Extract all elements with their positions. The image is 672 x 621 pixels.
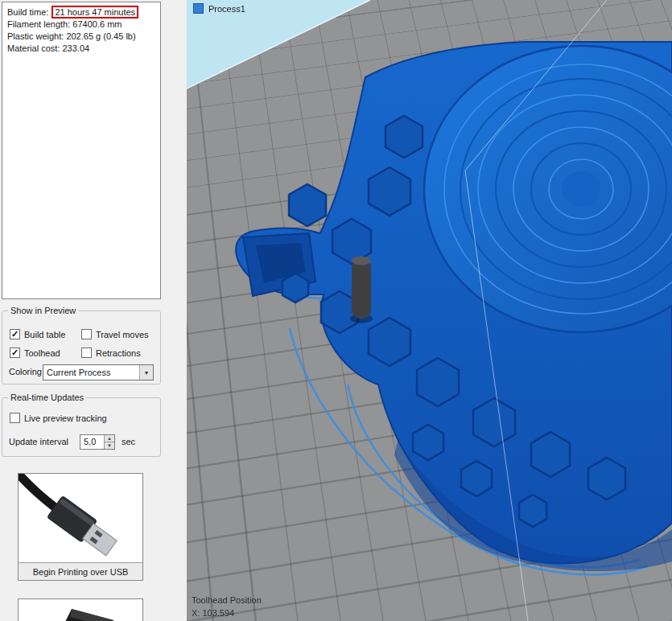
build-time-highlight: 21 hours 47 minutes xyxy=(52,6,138,19)
checkbox-box[interactable] xyxy=(81,329,92,339)
realtime-updates-group: Real-time Updates Live preview tracking … xyxy=(2,397,161,457)
checkbox-box[interactable] xyxy=(10,413,20,423)
preview-3d-viewport[interactable]: Process1 Toolhead Position X: 103.594 xyxy=(187,0,672,621)
stepper-up-icon[interactable]: ▲ xyxy=(105,435,114,442)
checkbox-label: Travel moves xyxy=(96,330,149,339)
checkbox-box[interactable] xyxy=(81,348,92,358)
checkbox-label: Build table xyxy=(24,330,65,339)
secondary-image-button-partial[interactable] xyxy=(18,598,143,621)
chevron-down-icon[interactable]: ▼ xyxy=(139,365,153,380)
check-icon: ✓ xyxy=(11,330,19,339)
update-interval-stepper[interactable]: 5,0 ▲ ▼ xyxy=(80,434,115,450)
begin-printing-usb-label: Begin Printing over USB xyxy=(19,562,142,580)
coloring-dropdown[interactable]: Current Process ▼ xyxy=(43,364,154,380)
process-color-swatch xyxy=(193,3,204,14)
toolhead-position-title: Toolhead Position xyxy=(192,594,262,607)
material-cost-value: 233.04 xyxy=(62,43,89,53)
coloring-label: Coloring xyxy=(9,367,42,376)
checkbox-build-table[interactable]: ✓ Build table xyxy=(10,329,65,339)
check-icon: ✓ xyxy=(11,348,19,357)
checkbox-box[interactable]: ✓ xyxy=(10,329,20,339)
show-in-preview-group: Show in Preview ✓ Build table Travel mov… xyxy=(2,310,161,385)
checkbox-retractions[interactable]: Retractions xyxy=(81,348,141,358)
plastic-weight-value: 202.65 g (0.45 lb) xyxy=(66,31,135,41)
plastic-weight-row: Plastic weight: 202.65 g (0.45 lb) xyxy=(7,31,155,43)
model-preview-scene xyxy=(187,0,672,621)
checkbox-live-preview-tracking[interactable]: Live preview tracking xyxy=(10,413,107,423)
checkbox-travel-moves[interactable]: Travel moves xyxy=(81,329,149,339)
filament-length-value: 67400.6 mm xyxy=(72,19,122,29)
print-statistics-box: Build time: 21 hours 47 minutes Filament… xyxy=(2,2,161,299)
checkbox-box[interactable]: ✓ xyxy=(10,348,20,358)
sd-card-image xyxy=(19,599,142,621)
show-in-preview-title: Show in Preview xyxy=(8,305,78,316)
filament-length-label: Filament length: xyxy=(7,19,70,29)
toolhead-position-x: X: 103.594 xyxy=(192,607,262,619)
process-legend-label: Process1 xyxy=(208,4,245,14)
update-interval-value[interactable]: 5,0 xyxy=(80,435,104,449)
build-time-label: Build time: xyxy=(7,7,48,17)
build-time-row: Build time: 21 hours 47 minutes xyxy=(7,6,155,19)
usb-cable-image xyxy=(19,474,142,562)
update-interval-label: Update interval xyxy=(9,437,68,446)
realtime-updates-title: Real-time Updates xyxy=(8,392,86,403)
begin-printing-usb-button[interactable]: Begin Printing over USB xyxy=(18,473,143,581)
plastic-weight-label: Plastic weight: xyxy=(7,31,64,41)
checkbox-toolhead[interactable]: ✓ Toolhead xyxy=(10,348,60,358)
material-cost-row: Material cost: 233.04 xyxy=(7,43,155,55)
filament-length-row: Filament length: 67400.6 mm xyxy=(7,19,155,31)
checkbox-label: Live preview tracking xyxy=(24,413,107,423)
material-cost-label: Material cost: xyxy=(7,43,60,53)
coloring-dropdown-value: Current Process xyxy=(43,368,110,377)
update-interval-unit: sec xyxy=(122,437,135,446)
process-legend: Process1 xyxy=(193,3,245,14)
stepper-down-icon[interactable]: ▼ xyxy=(105,442,114,449)
left-panel: Build time: 21 hours 47 minutes Filament… xyxy=(0,0,187,621)
toolhead-position-readout: Toolhead Position X: 103.594 xyxy=(192,594,262,619)
toolhead-cylinder xyxy=(350,257,373,323)
checkbox-label: Toolhead xyxy=(24,348,60,358)
app-window: { "colors": { "model_blue": "#1565c8", "… xyxy=(0,0,672,621)
checkbox-label: Retractions xyxy=(96,348,141,358)
